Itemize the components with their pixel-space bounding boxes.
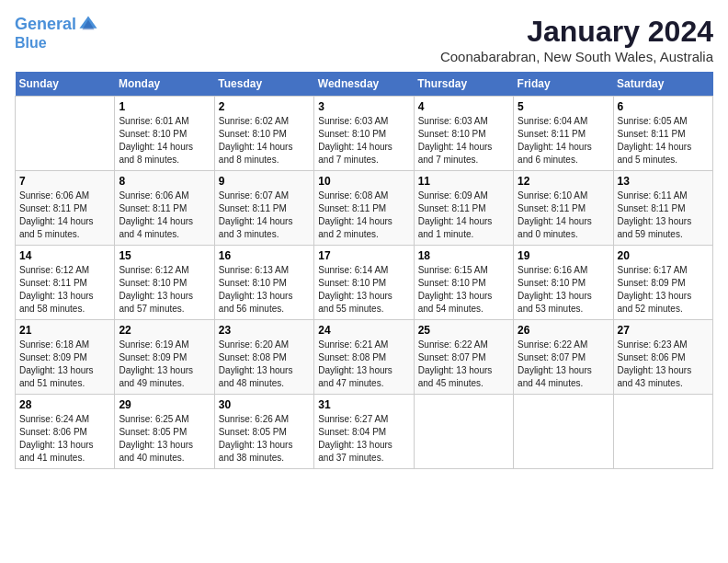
calendar-cell: 13Sunrise: 6:11 AMSunset: 8:11 PMDayligh… <box>613 171 712 246</box>
day-info: Sunrise: 6:12 AMSunset: 8:11 PMDaylight:… <box>19 264 110 316</box>
day-info: Sunrise: 6:21 AMSunset: 8:08 PMDaylight:… <box>318 339 409 390</box>
day-info: Sunrise: 6:03 AMSunset: 8:10 PMDaylight:… <box>418 115 509 167</box>
calendar-header-row: Sunday Monday Tuesday Wednesday Thursday… <box>16 72 713 97</box>
calendar-cell: 21Sunrise: 6:18 AMSunset: 8:09 PMDayligh… <box>16 320 115 395</box>
day-number: 1 <box>119 100 210 113</box>
calendar-cell: 17Sunrise: 6:14 AMSunset: 8:10 PMDayligh… <box>314 246 414 320</box>
calendar-cell <box>514 395 613 469</box>
day-info: Sunrise: 6:25 AMSunset: 8:05 PMDaylight:… <box>119 413 210 465</box>
calendar-cell: 6Sunrise: 6:05 AMSunset: 8:11 PMDaylight… <box>613 97 712 171</box>
day-info: Sunrise: 6:07 AMSunset: 8:11 PMDaylight:… <box>219 190 310 241</box>
calendar-cell: 29Sunrise: 6:25 AMSunset: 8:05 PMDayligh… <box>115 395 214 469</box>
day-number: 9 <box>219 175 310 188</box>
calendar-week-row: 1Sunrise: 6:01 AMSunset: 8:10 PMDaylight… <box>16 97 713 171</box>
day-info: Sunrise: 6:04 AMSunset: 8:11 PMDaylight:… <box>518 115 609 167</box>
day-number: 30 <box>219 398 310 411</box>
day-info: Sunrise: 6:20 AMSunset: 8:08 PMDaylight:… <box>219 339 310 390</box>
calendar-cell: 23Sunrise: 6:20 AMSunset: 8:08 PMDayligh… <box>214 320 313 395</box>
day-number: 6 <box>618 100 709 113</box>
day-number: 19 <box>518 249 609 262</box>
col-saturday: Saturday <box>613 72 712 97</box>
day-number: 29 <box>119 398 210 411</box>
calendar-cell: 30Sunrise: 6:26 AMSunset: 8:05 PMDayligh… <box>214 395 313 469</box>
day-info: Sunrise: 6:19 AMSunset: 8:09 PMDaylight:… <box>119 339 210 390</box>
day-number: 31 <box>318 398 409 411</box>
day-number: 22 <box>119 324 210 337</box>
day-number: 25 <box>418 324 509 337</box>
calendar-cell: 22Sunrise: 6:19 AMSunset: 8:09 PMDayligh… <box>115 320 214 395</box>
day-number: 20 <box>618 249 709 262</box>
calendar-cell <box>613 395 712 469</box>
page-header: General Blue January 2024 Coonabarabran,… <box>15 15 713 64</box>
day-number: 10 <box>318 175 409 188</box>
calendar-cell: 27Sunrise: 6:23 AMSunset: 8:06 PMDayligh… <box>613 320 712 395</box>
day-number: 27 <box>618 324 709 337</box>
day-info: Sunrise: 6:09 AMSunset: 8:11 PMDaylight:… <box>418 190 509 241</box>
day-number: 5 <box>518 100 609 113</box>
calendar-cell: 4Sunrise: 6:03 AMSunset: 8:10 PMDaylight… <box>414 97 513 171</box>
calendar-cell: 3Sunrise: 6:03 AMSunset: 8:10 PMDaylight… <box>314 97 414 171</box>
logo: General Blue <box>15 15 98 52</box>
day-number: 18 <box>418 249 509 262</box>
logo-text: General <box>15 15 98 35</box>
day-number: 26 <box>518 324 609 337</box>
day-info: Sunrise: 6:01 AMSunset: 8:10 PMDaylight:… <box>119 115 210 167</box>
day-info: Sunrise: 6:26 AMSunset: 8:05 PMDaylight:… <box>219 413 310 465</box>
day-info: Sunrise: 6:03 AMSunset: 8:10 PMDaylight:… <box>318 115 409 167</box>
day-info: Sunrise: 6:18 AMSunset: 8:09 PMDaylight:… <box>19 339 110 390</box>
day-info: Sunrise: 6:05 AMSunset: 8:11 PMDaylight:… <box>618 115 709 167</box>
day-info: Sunrise: 6:14 AMSunset: 8:10 PMDaylight:… <box>318 264 409 316</box>
calendar-cell: 12Sunrise: 6:10 AMSunset: 8:11 PMDayligh… <box>514 171 613 246</box>
logo-line2: Blue <box>15 35 98 52</box>
main-title: January 2024 <box>440 15 713 49</box>
day-number: 16 <box>219 249 310 262</box>
day-info: Sunrise: 6:10 AMSunset: 8:11 PMDaylight:… <box>518 190 609 241</box>
col-thursday: Thursday <box>414 72 513 97</box>
day-info: Sunrise: 6:23 AMSunset: 8:06 PMDaylight:… <box>618 339 709 390</box>
col-tuesday: Tuesday <box>214 72 313 97</box>
day-number: 4 <box>418 100 509 113</box>
title-area: January 2024 Coonabarabran, New South Wa… <box>440 15 713 64</box>
calendar-cell: 9Sunrise: 6:07 AMSunset: 8:11 PMDaylight… <box>214 171 313 246</box>
day-info: Sunrise: 6:06 AMSunset: 8:11 PMDaylight:… <box>119 190 210 241</box>
calendar-week-row: 28Sunrise: 6:24 AMSunset: 8:06 PMDayligh… <box>16 395 713 469</box>
day-number: 13 <box>618 175 709 188</box>
day-number: 14 <box>19 249 110 262</box>
day-info: Sunrise: 6:16 AMSunset: 8:10 PMDaylight:… <box>518 264 609 316</box>
day-info: Sunrise: 6:27 AMSunset: 8:04 PMDaylight:… <box>318 413 409 465</box>
day-number: 7 <box>19 175 110 188</box>
day-info: Sunrise: 6:08 AMSunset: 8:11 PMDaylight:… <box>318 190 409 241</box>
calendar-cell: 14Sunrise: 6:12 AMSunset: 8:11 PMDayligh… <box>16 246 115 320</box>
calendar-cell: 20Sunrise: 6:17 AMSunset: 8:09 PMDayligh… <box>613 246 712 320</box>
calendar-cell: 28Sunrise: 6:24 AMSunset: 8:06 PMDayligh… <box>16 395 115 469</box>
day-info: Sunrise: 6:15 AMSunset: 8:10 PMDaylight:… <box>418 264 509 316</box>
calendar-cell: 1Sunrise: 6:01 AMSunset: 8:10 PMDaylight… <box>115 97 214 171</box>
calendar-table: Sunday Monday Tuesday Wednesday Thursday… <box>15 72 713 469</box>
day-number: 12 <box>518 175 609 188</box>
calendar-body: 1Sunrise: 6:01 AMSunset: 8:10 PMDaylight… <box>16 97 713 469</box>
calendar-week-row: 21Sunrise: 6:18 AMSunset: 8:09 PMDayligh… <box>16 320 713 395</box>
day-number: 23 <box>219 324 310 337</box>
calendar-cell: 2Sunrise: 6:02 AMSunset: 8:10 PMDaylight… <box>214 97 313 171</box>
day-number: 8 <box>119 175 210 188</box>
subtitle: Coonabarabran, New South Wales, Australi… <box>440 49 713 64</box>
calendar-cell: 7Sunrise: 6:06 AMSunset: 8:11 PMDaylight… <box>16 171 115 246</box>
day-info: Sunrise: 6:13 AMSunset: 8:10 PMDaylight:… <box>219 264 310 316</box>
calendar-cell: 31Sunrise: 6:27 AMSunset: 8:04 PMDayligh… <box>314 395 414 469</box>
day-info: Sunrise: 6:22 AMSunset: 8:07 PMDaylight:… <box>518 339 609 390</box>
calendar-cell: 11Sunrise: 6:09 AMSunset: 8:11 PMDayligh… <box>414 171 513 246</box>
calendar-cell: 15Sunrise: 6:12 AMSunset: 8:10 PMDayligh… <box>115 246 214 320</box>
calendar-cell: 16Sunrise: 6:13 AMSunset: 8:10 PMDayligh… <box>214 246 313 320</box>
calendar-cell: 10Sunrise: 6:08 AMSunset: 8:11 PMDayligh… <box>314 171 414 246</box>
calendar-cell: 26Sunrise: 6:22 AMSunset: 8:07 PMDayligh… <box>514 320 613 395</box>
col-monday: Monday <box>115 72 214 97</box>
day-number: 2 <box>219 100 310 113</box>
day-info: Sunrise: 6:02 AMSunset: 8:10 PMDaylight:… <box>219 115 310 167</box>
calendar-cell: 18Sunrise: 6:15 AMSunset: 8:10 PMDayligh… <box>414 246 513 320</box>
calendar-cell <box>16 97 115 171</box>
calendar-cell: 19Sunrise: 6:16 AMSunset: 8:10 PMDayligh… <box>514 246 613 320</box>
col-friday: Friday <box>514 72 613 97</box>
day-number: 17 <box>318 249 409 262</box>
calendar-week-row: 7Sunrise: 6:06 AMSunset: 8:11 PMDaylight… <box>16 171 713 246</box>
col-wednesday: Wednesday <box>314 72 414 97</box>
